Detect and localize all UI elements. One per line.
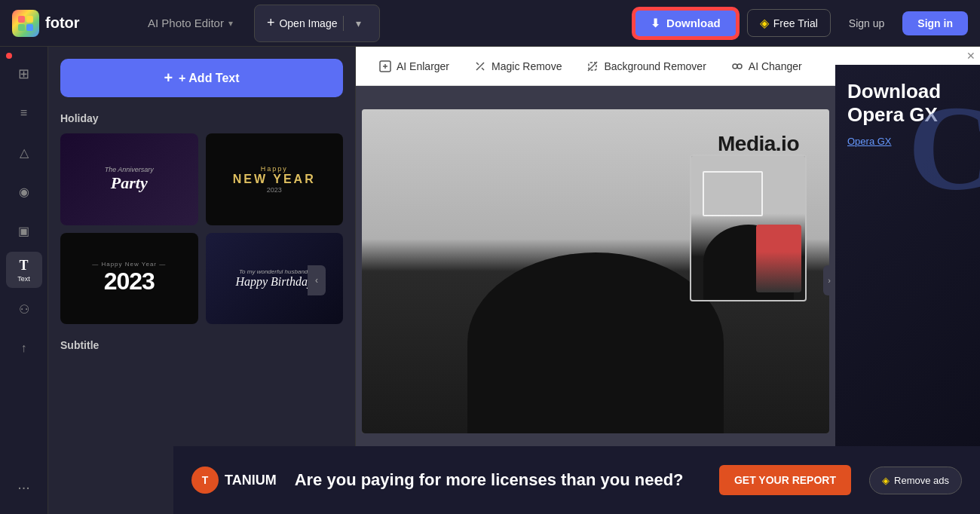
ad-panel: ✕ Download Opera GX Opera GX C (835, 47, 980, 514)
download-icon: ⬇ (651, 17, 660, 30)
hat-shape (467, 252, 724, 433)
open-image-chevron-icon[interactable]: ▾ (350, 11, 367, 35)
free-trial-label: Free Trial (773, 17, 818, 29)
mini-preview (690, 155, 807, 301)
more-icon: ··· (17, 479, 30, 496)
signin-label: Sign in (917, 17, 953, 29)
tanium-brand-name: TANIUM (225, 473, 277, 488)
download-button[interactable]: ⬇ Download (633, 8, 738, 38)
panel-collapse-button[interactable]: ‹ (308, 265, 326, 295)
layers-icon: ▣ (18, 224, 29, 238)
ad-close-row: ✕ (835, 47, 980, 65)
birthday-sub-text: To my wonderful husband, (239, 268, 310, 275)
text-icon: T (19, 258, 28, 274)
flask-icon: △ (20, 145, 29, 160)
sidebar-item-layers[interactable]: ▣ (6, 213, 42, 249)
template-2023-card[interactable]: — Happy New Year — 2023 (60, 233, 198, 325)
remove-ads-button[interactable]: ◈ Remove ads (869, 467, 962, 494)
background-remover-label: Background Remover (604, 60, 706, 72)
sidebar-item-text[interactable]: T Text (6, 252, 42, 288)
add-text-plus-icon: + (164, 69, 173, 87)
sidebar-icons: ⊞ ≡ △ ◉ ▣ T Text ⚇ ↑ ··· (0, 47, 48, 514)
party-sub-text: The Anniversary (105, 166, 154, 173)
fotor-logo-icon (12, 10, 39, 37)
ad-copy-text: Are you paying for more licenses than yo… (295, 470, 701, 490)
ad-brand-link[interactable]: Opera GX (847, 136, 892, 147)
template-party-card[interactable]: The Anniversary Party (60, 133, 198, 225)
open-image-button[interactable]: + Open Image ▾ (254, 5, 381, 42)
ai-enlarger-icon (378, 60, 392, 73)
right-panel-collapse-button[interactable]: › (823, 265, 835, 295)
mini-person (756, 225, 801, 292)
ai-changer-icon (730, 60, 744, 73)
sidebar-item-adjust[interactable]: ≡ (6, 95, 42, 131)
sidebar-item-eye[interactable]: ◉ (6, 173, 42, 210)
diamond-icon: ◈ (760, 16, 769, 30)
magic-remove-icon (473, 60, 487, 73)
ai-enlarger-button[interactable]: AI Enlarger (368, 55, 460, 78)
bottom-ad-banner: T TANIUM Are you paying for more license… (173, 446, 980, 514)
logo-text: fotor (45, 14, 80, 32)
holiday-section-title: Holiday (60, 112, 343, 124)
ad-close-button[interactable]: ✕ (966, 50, 975, 62)
canvas-viewport[interactable]: Media.io (356, 86, 835, 457)
template-newyear-card[interactable]: Happy NEW YEAR 2023 (206, 133, 344, 225)
sidebar-item-effects[interactable]: △ (6, 134, 42, 170)
right-collapse-arrow-icon: › (828, 276, 831, 285)
magic-remove-label: Magic Remove (492, 60, 562, 72)
canvas-area: AI Enlarger Magic Remove Background R (356, 47, 835, 514)
signin-button[interactable]: Sign in (902, 11, 968, 35)
ai-changer-button[interactable]: AI Changer (720, 55, 813, 78)
svg-rect-3 (26, 24, 33, 31)
notification-dot (6, 53, 12, 59)
chevron-down-icon: ▾ (228, 18, 233, 29)
canvas-image: Media.io (362, 109, 829, 433)
mini-preview-inner (691, 156, 805, 300)
background-remover-icon (586, 60, 599, 73)
sidebar-item-grid[interactable]: ⊞ (6, 56, 42, 92)
ad-decorative-c: C (908, 87, 980, 208)
ai-changer-label: AI Changer (749, 60, 802, 72)
header: fotor AI Photo Editor ▾ + Open Image ▾ ⬇… (0, 0, 980, 47)
svg-point-6 (733, 64, 737, 69)
divider (343, 16, 344, 31)
get-report-button[interactable]: GET YOUR REPORT (719, 465, 851, 495)
app-editor-label: AI Photo Editor (148, 17, 224, 29)
newyear-year-text: 2023 (267, 186, 282, 194)
selection-box (703, 171, 763, 216)
add-text-button[interactable]: + + Add Text (60, 59, 343, 97)
sidebar-item-more[interactable]: ··· (6, 469, 42, 505)
magic-remove-button[interactable]: Magic Remove (463, 55, 572, 78)
text-label: Text (17, 275, 30, 283)
free-trial-button[interactable]: ◈ Free Trial (747, 9, 831, 37)
background-remover-button[interactable]: Background Remover (575, 55, 716, 78)
remove-ads-label: Remove ads (894, 475, 949, 486)
year2023-num-text: 2023 (104, 268, 155, 295)
sidebar-item-people[interactable]: ⚇ (6, 291, 42, 327)
tanium-logo: T TANIUM (191, 467, 277, 494)
grid-icon: ⊞ (18, 66, 29, 82)
svg-rect-2 (18, 24, 25, 31)
open-image-label: Open Image (279, 17, 337, 29)
signup-button[interactable]: Sign up (840, 11, 893, 35)
eye-icon: ◉ (19, 185, 29, 199)
birthday-main-text: Happy Birthday (235, 275, 313, 289)
sliders-icon: ≡ (20, 106, 27, 120)
signup-label: Sign up (849, 17, 884, 29)
sub-toolbar: AI Enlarger Magic Remove Background R (356, 47, 835, 86)
people-icon: ⚇ (19, 302, 29, 317)
add-text-label: + Add Text (179, 72, 239, 85)
app-editor-button[interactable]: AI Photo Editor ▾ (142, 14, 239, 32)
media-io-watermark: Media.io (718, 132, 799, 156)
plus-icon: + (267, 15, 275, 31)
get-report-label: GET YOUR REPORT (734, 474, 836, 486)
year2023-sub-text: — Happy New Year — (92, 261, 166, 268)
logo-area: fotor (12, 10, 133, 37)
subtitle-section-title: Subtitle (60, 339, 343, 351)
sidebar-item-upload[interactable]: ↑ (6, 330, 42, 366)
newyear-happy-text: Happy (261, 165, 288, 173)
newyear-main-text: NEW YEAR (233, 173, 316, 186)
diamond-remove-icon: ◈ (882, 475, 890, 486)
party-main-text: Party (111, 173, 148, 193)
svg-point-7 (737, 64, 742, 69)
